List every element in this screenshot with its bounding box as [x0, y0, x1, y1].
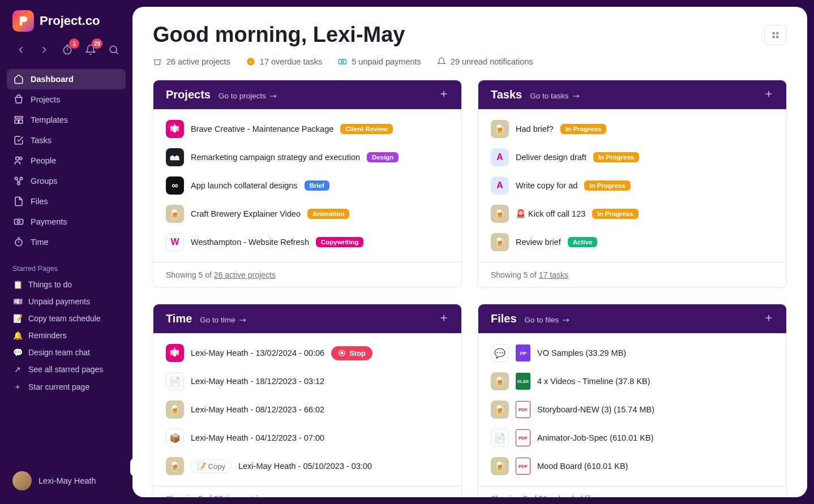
- time-row[interactable]: 🍺Lexi-May Heath - 08/12/2023 - 66:02: [153, 395, 461, 424]
- nav-item-files[interactable]: Files: [7, 191, 126, 212]
- user-name: Lexi-May Heath: [38, 476, 96, 485]
- stop-timer-button[interactable]: Stop: [331, 346, 372, 360]
- add-time-button[interactable]: [439, 313, 449, 325]
- starred-item[interactable]: 📋Things to do: [7, 276, 126, 293]
- card-title: Tasks: [491, 88, 522, 101]
- file-name: Animator-Job-Spec (610.01 KB): [537, 433, 654, 442]
- stat-unpaid[interactable]: 5 unpaid payments: [338, 57, 421, 66]
- svg-point-9: [20, 157, 23, 160]
- brand-logo-icon: [12, 10, 34, 32]
- footer-link[interactable]: 51 uploaded files: [539, 494, 599, 497]
- nav-label: Time: [31, 238, 49, 247]
- stat-overdue[interactable]: 17 overdue tasks: [246, 57, 322, 66]
- add-task-button[interactable]: [764, 89, 774, 101]
- nav-item-payments[interactable]: Payments: [7, 212, 126, 232]
- dashboard-cards: Projects Go to projects 🕷Brave Creative …: [153, 80, 787, 497]
- starred-see-all[interactable]: ↗See all starred pages: [7, 361, 126, 378]
- stat-text: 29 unread notifications: [451, 57, 533, 66]
- project-name: Westhampton - Website Refresh: [191, 238, 309, 247]
- card-header: Time Go to time: [153, 304, 461, 333]
- copy-button[interactable]: 📝 Copy: [191, 460, 232, 473]
- starred-item[interactable]: 🔔Reminders: [7, 327, 126, 344]
- time-row[interactable]: 📦Lexi-May Heath - 04/12/2023 - 07:00: [153, 424, 461, 452]
- starred-item[interactable]: 📝Copy team schedule: [7, 310, 126, 327]
- card-footer: Showing 5 of 51 uploaded files: [478, 486, 786, 497]
- card-body: 🕷Lexi-May Heath - 13/02/2024 - 00:06Stop…: [153, 333, 461, 486]
- starred-list: 📋Things to do 💷Unpaid payments 📝Copy tea…: [0, 276, 132, 396]
- svg-rect-7: [19, 120, 23, 123]
- task-name: Had brief?: [516, 124, 554, 133]
- task-row[interactable]: 🍺🚨 Kick off call 123In Progress: [478, 200, 786, 228]
- card-goto-link[interactable]: Go to time: [200, 316, 246, 324]
- add-file-button[interactable]: [764, 313, 774, 325]
- layout-grid-button[interactable]: [764, 25, 787, 45]
- files-card: Files Go to files 💬ZIPVO Samples (33.29 …: [478, 304, 787, 497]
- time-entry: Lexi-May Heath - 05/10/2023 - 03:00: [238, 462, 372, 471]
- card-goto-link[interactable]: Go to tasks: [530, 92, 580, 100]
- stat-text: 17 overdue tasks: [260, 57, 322, 66]
- nav-item-templates[interactable]: Templates: [7, 110, 126, 130]
- card-goto-link[interactable]: Go to projects: [219, 92, 277, 100]
- file-row[interactable]: 🍺XLSX4 x Videos - Timeline (37.8 KB): [478, 367, 786, 395]
- nav-item-people[interactable]: People: [7, 150, 126, 171]
- task-name: 🚨 Kick off call 123: [516, 209, 585, 219]
- starred-emoji-icon: 🔔: [12, 331, 23, 340]
- search-icon[interactable]: [105, 41, 122, 59]
- time-entry: Lexi-May Heath - 13/02/2024 - 00:06: [191, 348, 324, 357]
- file-type-icon: XLSX: [516, 373, 530, 390]
- task-row[interactable]: 🍺Had brief?In Progress: [478, 115, 786, 143]
- card-goto-link[interactable]: Go to files: [525, 316, 571, 324]
- project-row[interactable]: 🏘Remarketing campaign strategy and execu…: [153, 143, 461, 171]
- starred-emoji-icon: 💬: [12, 348, 23, 357]
- starred-label: Design team chat: [28, 348, 90, 357]
- time-row[interactable]: 🍺📝 CopyLexi-May Heath - 05/10/2023 - 03:…: [153, 452, 461, 480]
- task-row[interactable]: AWrite copy for adIn Progress: [478, 171, 786, 200]
- nav-back-button[interactable]: [12, 41, 30, 59]
- add-project-button[interactable]: [439, 89, 449, 101]
- current-user[interactable]: Lexi-May Heath: [0, 461, 132, 504]
- timer-icon[interactable]: 1: [59, 41, 76, 59]
- nav-item-projects[interactable]: Projects: [7, 89, 126, 110]
- brand[interactable]: Project.co: [0, 0, 132, 37]
- svg-rect-5: [15, 117, 23, 118]
- file-row[interactable]: 🍺PDFStoryboard-NEW (3) (15.74 MB): [478, 395, 786, 424]
- brand-name: Project.co: [40, 14, 100, 28]
- task-row[interactable]: 🍺Review briefActive: [478, 228, 786, 256]
- nav-item-time[interactable]: Time: [7, 232, 126, 252]
- stat-projects[interactable]: 26 active projects: [153, 57, 230, 66]
- time-entry: Lexi-May Heath - 18/12/2023 - 03:12: [191, 377, 324, 386]
- starred-label: Reminders: [28, 331, 67, 340]
- file-name: Storyboard-NEW (3) (15.74 MB): [537, 405, 654, 414]
- footer-link[interactable]: 17 tasks: [539, 270, 568, 279]
- nav-item-tasks[interactable]: Tasks: [7, 130, 126, 150]
- starred-star-current[interactable]: ＋Star current page: [7, 378, 126, 396]
- bell-icon[interactable]: 29: [82, 41, 99, 59]
- task-name: Write copy for ad: [516, 181, 577, 190]
- starred-label: Things to do: [28, 280, 72, 289]
- project-row[interactable]: WWesthampton - Website RefreshCopywritin…: [153, 228, 461, 256]
- stat-notifications[interactable]: 29 unread notifications: [437, 57, 533, 66]
- file-type-icon: PDF: [516, 401, 530, 418]
- svg-rect-15: [15, 219, 23, 225]
- footer-link[interactable]: 26 active projects: [214, 270, 276, 279]
- file-name: VO Samples (33.29 MB): [537, 348, 626, 357]
- starred-emoji-icon: 📝: [12, 314, 23, 323]
- starred-item[interactable]: 💬Design team chat: [7, 344, 126, 361]
- footer-link[interactable]: 37 time entries: [214, 494, 266, 497]
- file-row[interactable]: 📄PDFAnimator-Job-Spec (610.01 KB): [478, 424, 786, 452]
- project-row[interactable]: 🍺Craft Brewery Explainer VideoAnimation: [153, 200, 461, 228]
- file-row[interactable]: 🍺PDFMood Board (610.01 KB): [478, 452, 786, 480]
- time-row[interactable]: 🕷Lexi-May Heath - 13/02/2024 - 00:06Stop: [153, 339, 461, 367]
- nav-item-dashboard[interactable]: Dashboard: [7, 69, 126, 89]
- nav-item-groups[interactable]: Groups: [7, 171, 126, 191]
- starred-item[interactable]: 💷Unpaid payments: [7, 293, 126, 310]
- starred-emoji-icon: 📋: [12, 280, 23, 289]
- nav-forward-button[interactable]: [36, 41, 53, 59]
- stats-row: 26 active projects 17 overdue tasks 5 un…: [153, 57, 787, 66]
- file-row[interactable]: 💬ZIPVO Samples (33.29 MB): [478, 339, 786, 367]
- project-row[interactable]: ∞App launch collateral designsBrief: [153, 171, 461, 200]
- task-row[interactable]: ADeliver design draftIn Progress: [478, 143, 786, 171]
- time-row[interactable]: 📄Lexi-May Heath - 18/12/2023 - 03:12: [153, 367, 461, 395]
- project-icon: 🍺: [491, 233, 509, 251]
- project-row[interactable]: 🕷Brave Creative - Maintenance PackageCli…: [153, 115, 461, 143]
